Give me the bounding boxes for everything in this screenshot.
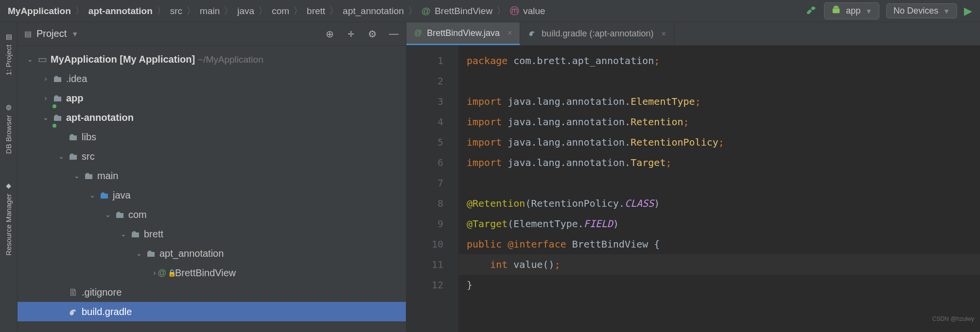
- editor-tabs: @ BrettBindView.java × build.gradle (:ap…: [406, 22, 980, 46]
- module-folder-icon: 🖿: [52, 108, 64, 127]
- tree-gitignore[interactable]: 🗎 .gitignore: [18, 282, 406, 302]
- chevron-down-icon[interactable]: ⌄: [40, 108, 52, 127]
- crumb-main[interactable]: main: [200, 6, 220, 17]
- tree-com[interactable]: ⌄ 🖿 com: [18, 205, 406, 224]
- crumb-class[interactable]: @ BrettBindView: [421, 6, 492, 17]
- module-folder-icon: 🖿: [52, 88, 64, 108]
- chevron-down-icon[interactable]: ⌄: [24, 50, 36, 69]
- chevron-down-icon: ▼: [943, 7, 950, 15]
- database-icon: ◍: [5, 104, 13, 112]
- svg-point-0: [835, 7, 836, 8]
- tree-java[interactable]: ⌄ 🖿 java: [18, 185, 406, 205]
- package-icon: 🖿: [129, 224, 142, 244]
- crumb-brett[interactable]: brett: [307, 6, 325, 17]
- project-icon: ▤: [5, 34, 13, 42]
- close-icon[interactable]: ×: [508, 29, 512, 37]
- tree-main[interactable]: ⌄ 🖿 main: [18, 166, 406, 185]
- folder-icon: 🖿: [67, 127, 80, 147]
- chevron-down-icon[interactable]: ⌄: [71, 166, 83, 185]
- tab-brettbindview[interactable]: @ BrettBindView.java ×: [406, 22, 520, 45]
- rail-resource-manager[interactable]: Resource Manager ◆: [4, 175, 13, 264]
- crumb-method[interactable]: ⓜ value: [510, 5, 545, 17]
- chevron-down-icon[interactable]: ⌄: [102, 205, 114, 224]
- package-icon: 🖿: [114, 205, 126, 224]
- build-icon[interactable]: [805, 4, 817, 18]
- tree-root[interactable]: ⌄ ▭ MyApplication [My Application]~/MyAp…: [18, 50, 406, 69]
- tree-apt-annotation[interactable]: ⌄ 🖿 apt-annotation: [18, 108, 406, 127]
- breadcrumb-bar: MyApplication 〉 apt-annotation 〉 src 〉 m…: [0, 0, 980, 22]
- annotation-icon: @: [414, 29, 422, 37]
- editor-area: @ BrettBindView.java × build.gradle (:ap…: [406, 22, 980, 332]
- tree-src[interactable]: ⌄ 🖿 src: [18, 147, 406, 166]
- project-folder-icon: ▭: [36, 50, 49, 69]
- tree-libs[interactable]: 🖿 libs: [18, 127, 406, 147]
- method-icon: ⓜ: [510, 5, 519, 17]
- toolbar-right: app ▼ No Devices ▼ ▶: [805, 2, 972, 19]
- chevron-right-icon: 〉: [157, 4, 166, 17]
- folder-icon: 🖿: [52, 69, 64, 88]
- device-dropdown[interactable]: No Devices ▼: [886, 3, 957, 18]
- expand-all-icon[interactable]: [346, 29, 356, 39]
- line-gutter: 123 456 789 101112: [406, 46, 452, 332]
- annotation-icon: @: [421, 6, 431, 17]
- tree-apt-pkg[interactable]: ⌄ 🖿 apt_annotation: [18, 244, 406, 263]
- crumb-com[interactable]: com: [272, 6, 289, 17]
- tool-rail: 1: Project ▤ DB Browser ◍ Resource Manag…: [0, 22, 18, 332]
- project-panel: ▤ Project ▼ ⊕ ⚙ — ⌄ ▭ MyApplication [My …: [18, 22, 406, 332]
- folder-icon: 🖿: [83, 166, 95, 185]
- chevron-right-icon[interactable]: ›: [40, 88, 52, 108]
- project-title: Project: [36, 28, 67, 39]
- run-icon[interactable]: ▶: [964, 5, 972, 17]
- crumb-src[interactable]: src: [170, 6, 182, 17]
- chevron-right-icon: 〉: [408, 4, 418, 17]
- gradle-icon: [67, 306, 80, 317]
- chevron-right-icon: 〉: [186, 4, 196, 17]
- crumb-module[interactable]: apt-annotation: [88, 6, 153, 17]
- chevron-right-icon[interactable]: ›: [40, 69, 52, 88]
- fold-strip[interactable]: [452, 46, 459, 332]
- chevron-down-icon[interactable]: ⌄: [133, 244, 145, 263]
- watermark: CSDN @hzulwy: [932, 309, 974, 329]
- chevron-down-icon[interactable]: ⌄: [55, 147, 67, 166]
- project-view-icon: ▤: [24, 29, 32, 38]
- gitignore-icon: 🗎: [67, 282, 80, 302]
- tree-brett[interactable]: ⌄ 🖿 brett: [18, 224, 406, 244]
- project-header: ▤ Project ▼ ⊕ ⚙ —: [18, 22, 406, 46]
- tree-idea[interactable]: › 🖿 .idea: [18, 69, 406, 88]
- code-editor[interactable]: 123 456 789 101112 package com.brett.apt…: [406, 46, 980, 332]
- hide-icon[interactable]: —: [388, 29, 399, 39]
- chevron-right-icon: 〉: [329, 4, 339, 17]
- chevron-right-icon: 〉: [496, 4, 506, 17]
- chevron-right-icon: 〉: [224, 4, 233, 17]
- source-folder-icon: 🖿: [98, 185, 111, 205]
- chevron-right-icon: 〉: [258, 4, 268, 17]
- folder-icon: 🖿: [67, 147, 80, 166]
- rail-db-browser[interactable]: DB Browser ◍: [4, 97, 13, 162]
- project-tree: ⌄ ▭ MyApplication [My Application]~/MyAp…: [18, 46, 406, 325]
- select-opened-file-icon[interactable]: ⊕: [324, 29, 335, 39]
- crumb-java[interactable]: java: [237, 6, 254, 17]
- crumb-root[interactable]: MyApplication: [8, 6, 71, 17]
- crumb-pkg[interactable]: apt_annotation: [343, 6, 404, 17]
- run-config-dropdown[interactable]: app ▼: [824, 2, 879, 19]
- tree-buildgradle[interactable]: build.gradle: [18, 302, 406, 321]
- resource-icon: ◆: [5, 183, 13, 191]
- tree-brettbindview[interactable]: › @🔒 BrettBindView: [18, 263, 406, 282]
- tab-buildgradle[interactable]: build.gradle (:apt-annotation) ×: [520, 22, 674, 45]
- chevron-down-icon[interactable]: ⌄: [87, 185, 98, 205]
- close-icon[interactable]: ×: [662, 30, 666, 38]
- code-content[interactable]: package com.brett.apt_annotation; import…: [459, 46, 980, 332]
- chevron-right-icon: 〉: [293, 4, 303, 17]
- chevron-down-icon: ▼: [865, 7, 872, 15]
- tree-app[interactable]: › 🖿 app: [18, 88, 406, 108]
- settings-icon[interactable]: ⚙: [367, 29, 378, 39]
- package-icon: 🖿: [145, 244, 158, 263]
- chevron-right-icon: 〉: [75, 4, 85, 17]
- svg-point-1: [837, 7, 838, 8]
- chevron-down-icon[interactable]: ▼: [71, 30, 78, 38]
- annotation-icon: @🔒: [160, 263, 173, 282]
- chevron-down-icon[interactable]: ⌄: [118, 224, 129, 244]
- gradle-icon: [528, 29, 537, 39]
- rail-project[interactable]: 1: Project ▤: [4, 26, 13, 83]
- android-icon: [831, 5, 841, 17]
